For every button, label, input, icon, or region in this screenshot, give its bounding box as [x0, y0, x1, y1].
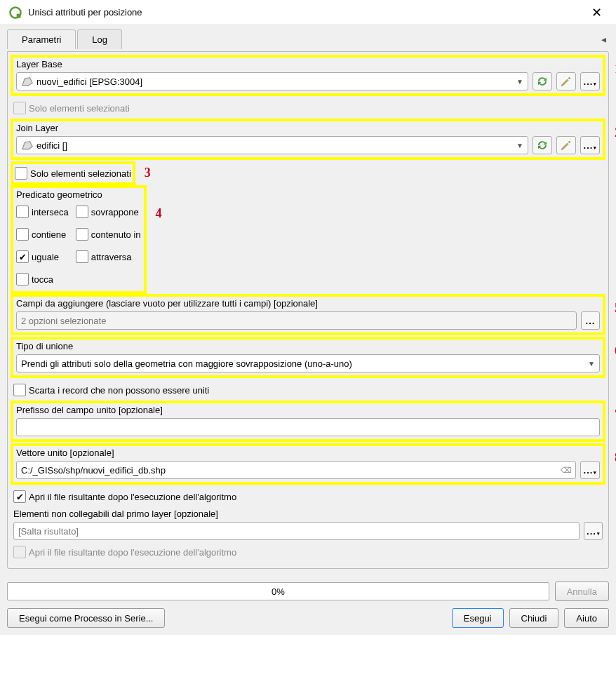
join-layer-label: Join Layer: [16, 123, 600, 133]
open-after-checkbox[interactable]: ✔: [13, 490, 26, 503]
prefix-label: Prefisso del campo unito [opzionale]: [16, 405, 600, 415]
clear-icon[interactable]: ⌫: [561, 466, 572, 475]
unjoinable-browse-button[interactable]: ...▾: [584, 522, 603, 540]
prefix-input[interactable]: [16, 418, 600, 436]
annotation-3: 3: [145, 166, 151, 180]
dialog-body: Parametri Log ◂ 1 Layer Base nuovi_edifi…: [0, 25, 616, 635]
base-layer-value: nuovi_edifici [EPSG:3004]: [36, 76, 142, 87]
parameters-panel: 1 Layer Base nuovi_edifici [EPSG:3004] ▼…: [7, 51, 609, 569]
join-layer-select[interactable]: edifici [] ▼: [16, 136, 528, 154]
base-selected-only-checkbox: [13, 102, 26, 114]
discard-label: Scarta i record che non possono essere u…: [29, 385, 209, 396]
close-button[interactable]: Chiudi: [509, 608, 559, 628]
progress-bar: 0%: [7, 582, 549, 600]
batch-button[interactable]: Esegui come Processo in Serie...: [7, 608, 165, 628]
base-selected-only-row: Solo elementi selezionati: [13, 102, 603, 114]
output-input[interactable]: [16, 461, 576, 479]
base-layer-label: Layer Base: [16, 59, 600, 69]
svg-marker-3: [22, 142, 32, 149]
run-button[interactable]: Esegui: [452, 608, 504, 628]
join-layer-value: edifici []: [36, 140, 67, 151]
window-title: Unisci attributi per posizione: [28, 7, 586, 18]
open-after-row: ✔ Apri il file risultante dopo l'esecuzi…: [13, 490, 603, 503]
group-fields: 5 Campi da aggiungere (lasciare vuoto pe…: [11, 294, 605, 335]
qgis-logo-icon: [8, 6, 22, 20]
open-after-label: Apri il file risultante dopo l'esecuzion…: [29, 492, 236, 502]
refresh-button[interactable]: [533, 72, 552, 90]
predicate-attraversa-label: attraversa: [91, 252, 132, 262]
join-type-value: Prendi gli attributi solo della geometri…: [21, 358, 352, 369]
open-after2-row: Apri il file risultante dopo l'esecuzion…: [13, 546, 603, 558]
predicate-tocca-checkbox[interactable]: [16, 273, 29, 285]
join-type-label: Tipo di unione: [16, 341, 600, 351]
help-button[interactable]: Aiuto: [564, 608, 609, 628]
fields-input[interactable]: [16, 311, 577, 330]
open-after2-label: Apri il file risultante dopo l'esecuzion…: [29, 547, 236, 558]
predicate-uguale-label: uguale: [32, 252, 59, 262]
discard-row: Scarta i record che non possono essere u…: [13, 384, 603, 396]
unjoinable-label: Elementi non collegabili dal primo layer…: [13, 509, 603, 519]
group-prefix: 7 Prefisso del campo unito [opzionale]: [11, 401, 605, 442]
predicate-attraversa-checkbox[interactable]: [76, 250, 88, 263]
output-browse-button[interactable]: ...▾: [580, 461, 600, 479]
predicate-sovrappone-checkbox[interactable]: [76, 206, 88, 218]
predicate-label: Predicato geometrico: [16, 189, 141, 200]
predicate-interseca-label: interseca: [32, 207, 69, 217]
settings-button[interactable]: [556, 72, 576, 90]
group-join-layer: 2 Join Layer edifici [] ▼ ...▾: [11, 119, 605, 160]
polygon-icon: [21, 140, 34, 150]
group-unjoinable: Elementi non collegabili dal primo layer…: [11, 507, 605, 542]
group-output: 8 Vettore unito [opzionale] ⌫ ...▾: [11, 443, 605, 485]
svg-marker-2: [22, 78, 32, 86]
group-join-selected-only: 3 Solo elementi selezionati: [11, 161, 135, 185]
polygon-icon: [21, 76, 34, 86]
progress-row: 0% Annulla: [7, 581, 609, 601]
predicate-interseca-checkbox[interactable]: [16, 206, 29, 218]
browse-button[interactable]: ...▾: [580, 72, 600, 90]
svg-rect-1: [17, 13, 21, 18]
refresh-button[interactable]: [533, 136, 552, 154]
predicate-sovrappone-label: sovrappone: [91, 207, 139, 217]
tab-parameters[interactable]: Parametri: [7, 29, 76, 49]
predicate-tocca-label: tocca: [32, 274, 53, 285]
fields-label: Campi da aggiungere (lasciare vuoto per …: [16, 298, 600, 309]
chevron-down-icon: ▼: [588, 360, 595, 368]
group-join-type: 6 Tipo di unione Prendi gli attributi so…: [11, 337, 605, 378]
bottom-buttons: Esegui come Processo in Serie... Esegui …: [7, 608, 609, 628]
chevron-down-icon: ▼: [516, 142, 523, 149]
group-geometric-predicate: 4 Predicato geometrico interseca sovrapp…: [11, 185, 147, 294]
settings-button[interactable]: [556, 136, 576, 154]
chevron-down-icon: ▼: [516, 78, 523, 86]
tabs: Parametri Log ◂: [7, 29, 609, 49]
collapse-help-icon[interactable]: ◂: [598, 34, 609, 45]
fields-browse-button[interactable]: ...: [581, 311, 600, 330]
predicate-contiene-checkbox[interactable]: [16, 228, 29, 241]
progress-text: 0%: [272, 586, 285, 597]
output-label: Vettore unito [opzionale]: [16, 448, 600, 458]
join-selected-only-checkbox[interactable]: [15, 167, 27, 180]
titlebar: Unisci attributi per posizione ✕: [0, 0, 616, 25]
open-after2-checkbox: [13, 546, 26, 558]
browse-button[interactable]: ...▾: [580, 136, 600, 154]
annotation-4: 4: [156, 206, 162, 221]
base-selected-only-label: Solo elementi selezionati: [29, 103, 130, 114]
predicate-uguale-checkbox[interactable]: ✔: [16, 250, 29, 263]
close-icon[interactable]: ✕: [586, 4, 608, 22]
group-base-layer: 1 Layer Base nuovi_edifici [EPSG:3004] ▼…: [11, 55, 605, 96]
discard-checkbox[interactable]: [13, 384, 26, 396]
predicate-contiene-label: contiene: [32, 229, 66, 240]
predicate-contenuto-in-checkbox[interactable]: [76, 228, 88, 241]
tab-log[interactable]: Log: [77, 29, 122, 49]
predicate-contenuto-in-label: contenuto in: [91, 229, 141, 240]
cancel-progress-button: Annulla: [555, 581, 609, 601]
base-layer-select[interactable]: nuovi_edifici [EPSG:3004] ▼: [16, 72, 528, 90]
join-type-select[interactable]: Prendi gli attributi solo della geometri…: [16, 354, 600, 372]
unjoinable-input[interactable]: [13, 522, 580, 540]
join-selected-only-label: Solo elementi selezionati: [30, 168, 131, 179]
